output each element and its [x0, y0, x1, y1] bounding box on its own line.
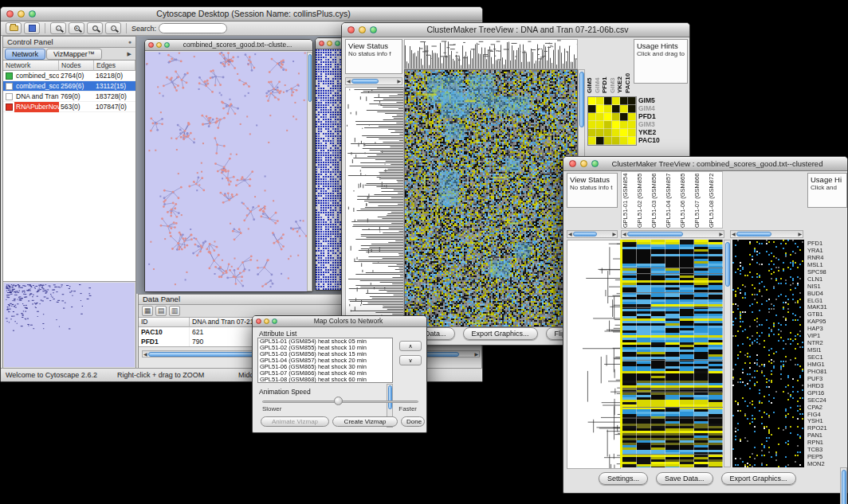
scroll-thumb[interactable]: [579, 72, 584, 127]
treeview-dna-titlebar[interactable]: ClusterMaker TreeView : DNA and Tran 07-…: [342, 23, 689, 37]
network-vertical-scrollbar[interactable]: [307, 52, 312, 291]
close-icon[interactable]: [347, 26, 355, 33]
dendrogram-horizontal-scrollbar[interactable]: ◀ ▶: [567, 230, 618, 238]
treeview-button[interactable]: Save Data...: [656, 472, 713, 485]
tab-network[interactable]: Network: [5, 49, 45, 60]
close-icon[interactable]: [6, 10, 14, 18]
network-row[interactable]: DNA and Tran 07 769(0) 183728(0): [3, 92, 135, 102]
secondary-heatmap-canvas[interactable]: [732, 240, 804, 467]
chevron-right-icon[interactable]: ▶: [128, 51, 132, 57]
minimize-icon[interactable]: [264, 318, 269, 324]
gene-label: CPA2: [807, 404, 839, 411]
scroll-thumb[interactable]: [627, 232, 683, 236]
scroll-thumb[interactable]: [842, 470, 846, 504]
minimize-icon[interactable]: [359, 26, 366, 33]
scroll-left-icon[interactable]: ◀: [731, 231, 736, 237]
faster-label: Faster: [398, 405, 417, 412]
attribute-create-icon[interactable]: ▤: [155, 306, 167, 316]
float-panel-icon[interactable]: ●: [128, 37, 132, 47]
network-view-titlebar[interactable]: combined_scores_good.txt--cluste...: [145, 40, 312, 51]
array-dendrogram-canvas[interactable]: [404, 39, 578, 69]
treeview-button[interactable]: Export Graphics...: [463, 327, 538, 340]
close-icon[interactable]: [569, 160, 576, 167]
gene-list-vertical-scrollbar[interactable]: [840, 467, 847, 504]
treeview-combined-title: ClusterMaker TreeView : combined_scores_…: [595, 157, 839, 170]
heatmap-horizontal-scrollbar[interactable]: ◀ ▶: [621, 230, 724, 238]
scroll-thumb[interactable]: [388, 385, 392, 409]
close-icon[interactable]: [319, 41, 324, 46]
scroll-left-icon[interactable]: ◀: [143, 351, 148, 357]
gene-label: HAP3: [807, 325, 839, 332]
network-overview-thumbnail[interactable]: [4, 283, 135, 367]
usage-hints-panel: Usage Hints Click and drag to: [634, 39, 688, 84]
usage-hints-text: Click and: [811, 184, 844, 191]
scroll-thumb[interactable]: [725, 242, 730, 287]
animate-vizmap-button[interactable]: Animate Vizmap: [261, 416, 329, 427]
network-row-selected[interactable]: combined_sco 2569(6) 13112(15): [3, 81, 135, 92]
heatmap-canvas[interactable]: [622, 240, 723, 467]
scroll-right-icon[interactable]: ▶: [396, 78, 402, 84]
treeview-combined-titlebar[interactable]: ClusterMaker TreeView : combined_scores_…: [563, 157, 847, 171]
attribute-delete-icon[interactable]: ▥: [169, 306, 180, 316]
dendrogram-horizontal-scrollbar[interactable]: ◀ ▶: [345, 77, 402, 85]
treeview-button[interactable]: Settings...: [599, 472, 648, 485]
view-status-title: View Status: [570, 175, 614, 184]
scroll-thumb[interactable]: [573, 232, 597, 236]
scroll-thumb[interactable]: [351, 79, 379, 84]
gene-label: BUD4: [807, 290, 839, 297]
scroll-left-icon[interactable]: ◀: [346, 78, 351, 84]
treeview-button[interactable]: Export Graphics...: [721, 472, 796, 485]
tab-vizmapper[interactable]: VizMapper™: [46, 49, 102, 60]
slider-knob[interactable]: [334, 397, 343, 405]
attribute-list[interactable]: GPL51-01 (GSM854) heat shock 05 minGPL51…: [257, 338, 393, 383]
minimize-icon[interactable]: [327, 41, 332, 46]
secondary-horizontal-scrollbar[interactable]: ◀ ▶: [730, 230, 803, 238]
scroll-thumb[interactable]: [736, 232, 771, 236]
column-header-nodes[interactable]: Nodes: [59, 61, 94, 71]
zoom-out-button[interactable]: -: [50, 22, 66, 34]
scroll-left-icon[interactable]: ◀: [622, 231, 627, 237]
scroll-left-icon[interactable]: ◀: [567, 231, 573, 237]
close-icon[interactable]: [256, 318, 261, 324]
zoom-window-icon[interactable]: [335, 41, 340, 46]
scroll-right-icon[interactable]: ▶: [797, 231, 803, 237]
scroll-right-icon[interactable]: ▶: [611, 231, 617, 237]
gene-label: HRD3: [807, 382, 839, 389]
matrix-column-label: GIM4: [594, 39, 602, 93]
scroll-right-icon[interactable]: ▶: [473, 351, 479, 357]
zoom-region-button[interactable]: ·: [105, 22, 121, 34]
minimize-icon[interactable]: [580, 160, 587, 167]
scroll-thumb[interactable]: [308, 54, 312, 102]
network-canvas[interactable]: [145, 52, 307, 291]
main-titlebar[interactable]: Cytoscape Desktop (Session Name: collins…: [1, 7, 482, 21]
minimize-icon[interactable]: [18, 10, 25, 18]
zoom-in-button[interactable]: +: [69, 22, 84, 34]
move-up-button[interactable]: ∧: [399, 341, 422, 351]
scroll-right-icon[interactable]: ▶: [718, 231, 724, 237]
attribute-select-icon[interactable]: ▦: [142, 306, 153, 316]
gene-dendrogram-canvas[interactable]: [345, 87, 404, 327]
network-row[interactable]: combined_scores 2764(0) 16218(0): [3, 71, 135, 81]
zoom-fit-button[interactable]: □: [87, 22, 103, 34]
gene-dendrogram-canvas[interactable]: [567, 240, 621, 469]
close-icon[interactable]: [148, 42, 154, 48]
open-button[interactable]: [6, 22, 22, 34]
network-row-highlighted[interactable]: RNAPuberNov2 563(0) 107847(0): [3, 102, 135, 112]
similarity-matrix-canvas[interactable]: [587, 96, 637, 146]
heatmap-canvas[interactable]: [404, 69, 578, 327]
done-button[interactable]: Done: [401, 416, 425, 427]
heatmap-vertical-scrollbar[interactable]: [724, 240, 731, 467]
create-vizmap-button[interactable]: Create Vizmap: [332, 416, 398, 427]
search-input[interactable]: [159, 23, 227, 33]
attribute-item[interactable]: GPL51-08 (GSM868) heat shock 60 min: [258, 377, 392, 383]
move-down-button[interactable]: ∨: [399, 355, 422, 365]
network-name: combined_scores: [14, 71, 59, 81]
save-button[interactable]: [24, 22, 40, 34]
status-hint-zoom: Right-click + drag to ZOOM: [117, 371, 204, 379]
column-header-edges[interactable]: Edges: [94, 61, 135, 71]
map-dialog-titlebar[interactable]: Map Colors to Network: [253, 316, 426, 327]
minimize-icon[interactable]: [156, 42, 162, 48]
column-header-id[interactable]: ID: [139, 318, 190, 327]
column-header-network[interactable]: Network: [3, 61, 59, 71]
network-view-window: combined_scores_good.txt--cluste...: [144, 39, 313, 292]
